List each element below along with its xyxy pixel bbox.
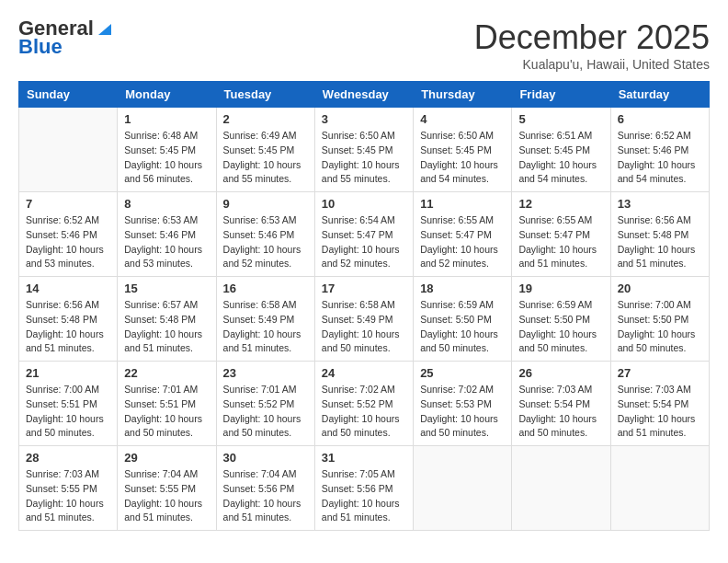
calendar-cell: 31Sunrise: 7:05 AM Sunset: 5:56 PM Dayli… xyxy=(314,446,413,531)
day-info: Sunrise: 6:53 AM Sunset: 5:46 PM Dayligh… xyxy=(223,213,308,271)
day-info: Sunrise: 7:00 AM Sunset: 5:51 PM Dayligh… xyxy=(26,383,110,441)
day-info: Sunrise: 6:52 AM Sunset: 5:46 PM Dayligh… xyxy=(26,213,110,271)
location-subtitle: Kualapu'u, Hawaii, United States xyxy=(474,57,710,72)
calendar-cell: 27Sunrise: 7:03 AM Sunset: 5:54 PM Dayli… xyxy=(610,362,709,446)
day-number: 16 xyxy=(223,282,308,295)
day-info: Sunrise: 6:50 AM Sunset: 5:45 PM Dayligh… xyxy=(420,129,505,187)
logo-triangle-icon xyxy=(95,18,111,35)
day-number: 25 xyxy=(420,366,505,380)
day-number: 29 xyxy=(124,451,209,465)
calendar-cell: 14Sunrise: 6:56 AM Sunset: 5:48 PM Dayli… xyxy=(19,277,118,362)
day-info: Sunrise: 7:04 AM Sunset: 5:55 PM Dayligh… xyxy=(124,467,209,525)
day-info: Sunrise: 6:58 AM Sunset: 5:49 PM Dayligh… xyxy=(322,298,406,356)
day-info: Sunrise: 7:01 AM Sunset: 5:52 PM Dayligh… xyxy=(223,383,308,441)
calendar-cell: 4Sunrise: 6:50 AM Sunset: 5:45 PM Daylig… xyxy=(414,108,512,192)
calendar-cell: 9Sunrise: 6:53 AM Sunset: 5:46 PM Daylig… xyxy=(216,192,314,277)
day-number: 28 xyxy=(26,451,110,465)
calendar-cell: 5Sunrise: 6:51 AM Sunset: 5:45 PM Daylig… xyxy=(512,108,610,192)
day-number: 21 xyxy=(26,366,110,380)
calendar-cell: 23Sunrise: 7:01 AM Sunset: 5:52 PM Dayli… xyxy=(216,362,314,446)
svg-marker-0 xyxy=(98,24,111,35)
calendar-cell: 7Sunrise: 6:52 AM Sunset: 5:46 PM Daylig… xyxy=(19,192,118,277)
day-number: 7 xyxy=(26,197,110,211)
calendar-cell: 11Sunrise: 6:55 AM Sunset: 5:47 PM Dayli… xyxy=(414,192,512,277)
day-number: 1 xyxy=(124,112,209,126)
day-info: Sunrise: 6:56 AM Sunset: 5:48 PM Dayligh… xyxy=(26,298,110,356)
day-info: Sunrise: 6:48 AM Sunset: 5:45 PM Dayligh… xyxy=(124,129,209,187)
day-info: Sunrise: 7:01 AM Sunset: 5:51 PM Dayligh… xyxy=(124,383,209,441)
calendar-cell: 30Sunrise: 7:04 AM Sunset: 5:56 PM Dayli… xyxy=(216,446,314,531)
day-info: Sunrise: 7:05 AM Sunset: 5:56 PM Dayligh… xyxy=(322,467,406,525)
day-info: Sunrise: 6:53 AM Sunset: 5:46 PM Dayligh… xyxy=(124,213,209,271)
day-number: 8 xyxy=(124,197,209,211)
logo-blue-text: Blue xyxy=(18,37,63,57)
calendar-cell: 2Sunrise: 6:49 AM Sunset: 5:45 PM Daylig… xyxy=(216,108,314,192)
day-number: 30 xyxy=(223,451,308,465)
day-number: 18 xyxy=(420,282,505,295)
day-number: 5 xyxy=(518,112,603,126)
month-title: December 2025 xyxy=(474,18,710,57)
calendar-week-1: 1Sunrise: 6:48 AM Sunset: 5:45 PM Daylig… xyxy=(19,108,710,192)
day-info: Sunrise: 6:49 AM Sunset: 5:45 PM Dayligh… xyxy=(223,129,308,187)
day-number: 12 xyxy=(518,197,603,211)
day-info: Sunrise: 7:00 AM Sunset: 5:50 PM Dayligh… xyxy=(618,298,702,356)
calendar-cell: 16Sunrise: 6:58 AM Sunset: 5:49 PM Dayli… xyxy=(216,277,314,362)
day-number: 31 xyxy=(322,451,406,465)
calendar-cell: 28Sunrise: 7:03 AM Sunset: 5:55 PM Dayli… xyxy=(19,446,118,531)
day-info: Sunrise: 6:58 AM Sunset: 5:49 PM Dayligh… xyxy=(223,298,308,356)
day-number: 27 xyxy=(618,366,702,380)
day-info: Sunrise: 6:52 AM Sunset: 5:46 PM Dayligh… xyxy=(618,129,702,187)
day-info: Sunrise: 6:50 AM Sunset: 5:45 PM Dayligh… xyxy=(322,129,406,187)
day-number: 11 xyxy=(420,197,505,211)
col-header-tuesday: Tuesday xyxy=(216,82,314,108)
calendar-cell: 25Sunrise: 7:02 AM Sunset: 5:53 PM Dayli… xyxy=(414,362,512,446)
day-info: Sunrise: 6:54 AM Sunset: 5:47 PM Dayligh… xyxy=(322,213,406,271)
day-info: Sunrise: 7:02 AM Sunset: 5:53 PM Dayligh… xyxy=(420,383,505,441)
calendar-week-3: 14Sunrise: 6:56 AM Sunset: 5:48 PM Dayli… xyxy=(19,277,710,362)
calendar-cell: 13Sunrise: 6:56 AM Sunset: 5:48 PM Dayli… xyxy=(610,192,709,277)
calendar-cell: 12Sunrise: 6:55 AM Sunset: 5:47 PM Dayli… xyxy=(512,192,610,277)
day-info: Sunrise: 7:03 AM Sunset: 5:55 PM Dayligh… xyxy=(26,467,110,525)
calendar-cell: 18Sunrise: 6:59 AM Sunset: 5:50 PM Dayli… xyxy=(414,277,512,362)
day-number: 9 xyxy=(223,197,308,211)
calendar-cell: 19Sunrise: 6:59 AM Sunset: 5:50 PM Dayli… xyxy=(512,277,610,362)
calendar-week-5: 28Sunrise: 7:03 AM Sunset: 5:55 PM Dayli… xyxy=(19,446,710,531)
day-info: Sunrise: 6:59 AM Sunset: 5:50 PM Dayligh… xyxy=(518,298,603,356)
calendar-week-4: 21Sunrise: 7:00 AM Sunset: 5:51 PM Dayli… xyxy=(19,362,710,446)
day-number: 26 xyxy=(518,366,603,380)
day-info: Sunrise: 6:59 AM Sunset: 5:50 PM Dayligh… xyxy=(420,298,505,356)
calendar-cell: 20Sunrise: 7:00 AM Sunset: 5:50 PM Dayli… xyxy=(610,277,709,362)
col-header-monday: Monday xyxy=(118,82,216,108)
calendar-cell: 8Sunrise: 6:53 AM Sunset: 5:46 PM Daylig… xyxy=(118,192,216,277)
col-header-saturday: Saturday xyxy=(610,82,709,108)
day-info: Sunrise: 6:56 AM Sunset: 5:48 PM Dayligh… xyxy=(618,213,702,271)
day-number: 13 xyxy=(618,197,702,211)
day-number: 22 xyxy=(124,366,209,380)
day-number: 17 xyxy=(322,282,406,295)
day-info: Sunrise: 6:51 AM Sunset: 5:45 PM Dayligh… xyxy=(518,129,603,187)
calendar-cell xyxy=(610,446,709,531)
calendar-cell: 6Sunrise: 6:52 AM Sunset: 5:46 PM Daylig… xyxy=(610,108,709,192)
col-header-thursday: Thursday xyxy=(414,82,512,108)
day-info: Sunrise: 6:55 AM Sunset: 5:47 PM Dayligh… xyxy=(420,213,505,271)
day-number: 19 xyxy=(518,282,603,295)
calendar-cell: 15Sunrise: 6:57 AM Sunset: 5:48 PM Dayli… xyxy=(118,277,216,362)
day-number: 23 xyxy=(223,366,308,380)
calendar-cell: 17Sunrise: 6:58 AM Sunset: 5:49 PM Dayli… xyxy=(314,277,413,362)
calendar-cell: 10Sunrise: 6:54 AM Sunset: 5:47 PM Dayli… xyxy=(314,192,413,277)
day-number: 14 xyxy=(26,282,110,295)
col-header-wednesday: Wednesday xyxy=(314,82,413,108)
day-info: Sunrise: 6:55 AM Sunset: 5:47 PM Dayligh… xyxy=(518,213,603,271)
calendar-cell: 1Sunrise: 6:48 AM Sunset: 5:45 PM Daylig… xyxy=(118,108,216,192)
calendar-cell: 29Sunrise: 7:04 AM Sunset: 5:55 PM Dayli… xyxy=(118,446,216,531)
day-number: 4 xyxy=(420,112,505,126)
calendar-table: SundayMondayTuesdayWednesdayThursdayFrid… xyxy=(18,81,710,531)
day-info: Sunrise: 7:02 AM Sunset: 5:52 PM Dayligh… xyxy=(322,383,406,441)
col-header-sunday: Sunday xyxy=(19,82,118,108)
calendar-week-2: 7Sunrise: 6:52 AM Sunset: 5:46 PM Daylig… xyxy=(19,192,710,277)
calendar-cell: 3Sunrise: 6:50 AM Sunset: 5:45 PM Daylig… xyxy=(314,108,413,192)
calendar-cell xyxy=(19,108,118,192)
calendar-cell: 26Sunrise: 7:03 AM Sunset: 5:54 PM Dayli… xyxy=(512,362,610,446)
calendar-cell xyxy=(512,446,610,531)
day-number: 10 xyxy=(322,197,406,211)
